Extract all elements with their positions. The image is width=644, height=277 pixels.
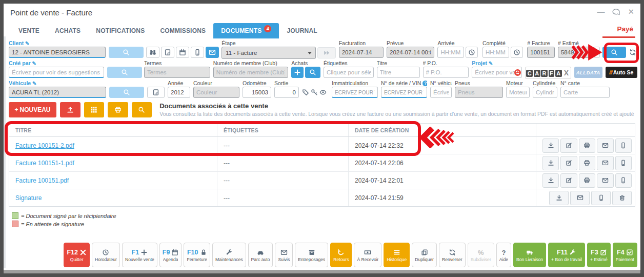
aide-button[interactable]: ?Aide	[496, 243, 511, 267]
mobile-button[interactable]	[591, 191, 611, 205]
edit-icon[interactable]: ✎	[32, 61, 36, 66]
maintenances-button[interactable]: Maintenances	[212, 243, 246, 267]
download-button[interactable]	[549, 191, 569, 205]
mobile-button[interactable]	[615, 156, 632, 170]
document-link[interactable]: Facture 100151.pdf	[15, 177, 69, 184]
carte-input[interactable]	[560, 87, 610, 98]
document-link[interactable]: Facture 100151-1.pdf	[15, 160, 74, 167]
estime-number-input[interactable]	[558, 47, 591, 58]
autoserve-logo[interactable]: ///Auto Se	[606, 67, 637, 78]
fermeture-button[interactable]: F10Fermeture	[184, 243, 210, 267]
edit-icon[interactable]: ✎	[25, 41, 29, 46]
alldata-logo[interactable]: ALLDATA	[574, 67, 602, 78]
column-titre[interactable]: TITRE	[9, 124, 217, 136]
search-documents-button[interactable]	[132, 102, 152, 117]
vin-input[interactable]	[381, 87, 427, 98]
immatriculation-input[interactable]	[332, 87, 378, 98]
download-button[interactable]	[542, 173, 559, 188]
carfax-logo[interactable]: CARFAX	[525, 67, 571, 79]
vehicule-search-button[interactable]	[109, 87, 144, 98]
a-recevoir-button[interactable]: À Recevoir	[354, 243, 381, 267]
no-vehicule-input[interactable]	[430, 87, 452, 98]
key-icon[interactable]	[311, 89, 318, 96]
delete-button[interactable]	[612, 191, 632, 205]
minimize-button[interactable]: —	[597, 7, 605, 16]
estime-search-button[interactable]	[602, 47, 626, 58]
vehicule-note-button[interactable]	[147, 87, 165, 98]
column-date-creation[interactable]: DATE DE CRÉATION	[349, 124, 536, 136]
arrivee-input[interactable]	[437, 47, 464, 58]
renverser-button[interactable]: Renverser	[439, 243, 466, 267]
grid-view-button[interactable]	[84, 102, 105, 117]
tab-notifications[interactable]: NOTIFICATIONS	[88, 23, 152, 38]
download-button[interactable]	[542, 156, 559, 170]
prevue-input[interactable]	[387, 47, 434, 58]
estime-button[interactable]: F3+ Estimé	[587, 243, 611, 267]
historique-button[interactable]: Historique	[384, 243, 410, 267]
close-button[interactable]: ✕	[628, 7, 634, 16]
termes-input[interactable]	[144, 67, 210, 78]
cylindree-input[interactable]	[533, 87, 557, 98]
document-link[interactable]: Facture 100151-2.pdf	[15, 142, 74, 149]
etiquettes-input[interactable]	[324, 67, 374, 78]
edit-button[interactable]	[560, 156, 577, 170]
odometre-input[interactable]	[243, 87, 271, 98]
nouvelle-vente-button[interactable]: F1Nouvelle vente	[122, 243, 157, 267]
entreposages-button[interactable]: Entreposages	[295, 243, 328, 267]
email-button[interactable]	[206, 47, 219, 58]
document-link[interactable]: Signature	[15, 194, 42, 202]
note-button[interactable]	[161, 47, 174, 58]
annee-input[interactable]	[168, 87, 190, 98]
edit-button[interactable]	[560, 138, 577, 153]
estime-extra-button[interactable]	[594, 47, 600, 58]
pneus-input[interactable]	[455, 87, 503, 98]
new-document-button[interactable]: +NOUVEAU	[9, 102, 56, 117]
print-documents-button[interactable]	[108, 102, 128, 117]
complete-clock-button[interactable]	[511, 47, 523, 58]
tab-documents[interactable]: DOCUMENTS 4	[213, 23, 279, 38]
cree-par-input[interactable]	[9, 67, 104, 78]
titre-input[interactable]	[377, 67, 420, 78]
sortie-input[interactable]	[274, 87, 299, 98]
download-button[interactable]	[542, 138, 559, 153]
arrivee-clock-button[interactable]	[466, 47, 478, 58]
etape-select[interactable]: 11 - Facture	[222, 47, 315, 59]
quitter-button[interactable]: F12Quitter	[64, 243, 90, 267]
binoculars-button[interactable]	[146, 47, 159, 58]
eye-icon[interactable]	[319, 89, 327, 96]
bon-de-travail-button[interactable]: F11+ Bon de travail	[548, 243, 585, 267]
tab-commissions[interactable]: COMMISSIONS	[152, 23, 213, 38]
chat-icon[interactable]	[612, 8, 620, 16]
email-button[interactable]	[597, 173, 613, 188]
calendar-button[interactable]	[176, 47, 189, 58]
po-input[interactable]	[423, 67, 469, 78]
edit-icon[interactable]: ✎	[32, 81, 36, 86]
tag-icon[interactable]	[302, 89, 309, 96]
edit-icon[interactable]: ✎	[489, 61, 493, 66]
sync-icon[interactable]	[629, 47, 637, 58]
parc-auto-button[interactable]: Parc auto	[248, 243, 273, 267]
mobile-button[interactable]	[615, 173, 632, 188]
client-input[interactable]	[9, 47, 106, 58]
achats-search-button[interactable]	[305, 67, 320, 78]
horodateur-button[interactable]: Horodateur	[92, 243, 120, 267]
agenda-button[interactable]: F9Agenda	[159, 243, 182, 267]
paiement-button[interactable]: F4Paiement	[613, 243, 637, 267]
projet-sync-icon[interactable]	[514, 69, 521, 76]
membre-input[interactable]	[213, 67, 288, 78]
complete-input[interactable]	[482, 47, 509, 58]
couleur-input[interactable]	[193, 87, 239, 98]
email-button[interactable]	[597, 156, 613, 170]
dupliquer-button[interactable]: Dupliquer	[412, 243, 437, 267]
client-search-button[interactable]	[109, 47, 144, 58]
facturation-input[interactable]	[339, 47, 384, 58]
column-etiquettes[interactable]: ÉTIQUETTES	[217, 124, 349, 136]
next-stage-button[interactable]	[317, 47, 336, 58]
mobile-button[interactable]	[615, 138, 632, 153]
suivis-button[interactable]: Suivis	[275, 243, 293, 267]
print-button[interactable]	[579, 173, 595, 188]
email-button[interactable]	[570, 191, 590, 205]
achats-add-button[interactable]	[291, 67, 304, 78]
tab-vente[interactable]: VENTE	[11, 23, 47, 38]
bon-livraison-button[interactable]: Bon Livraison	[513, 243, 546, 267]
